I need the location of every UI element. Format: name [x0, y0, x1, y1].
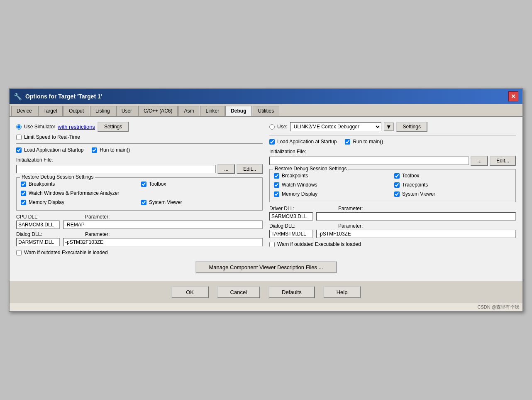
right-trace-label: Tracepoints — [402, 182, 428, 188]
manage-component-viewer-button[interactable]: Manage Component Viewer Description File… — [195, 261, 336, 273]
tab-target[interactable]: Target — [38, 106, 63, 116]
right-breakpoints-checkbox[interactable] — [274, 173, 279, 179]
left-cpu-dll-input[interactable] — [16, 221, 60, 229]
right-browse-button[interactable]: ... — [471, 156, 488, 166]
simulator-settings-button[interactable]: Settings — [98, 122, 129, 132]
help-button[interactable]: Help — [323, 286, 361, 298]
load-app-row: Load Application at Startup — [16, 147, 83, 153]
left-dialog-dll-input[interactable] — [16, 238, 60, 246]
right-watch-row: Watch Windows — [274, 182, 391, 188]
right-warn-checkbox[interactable] — [269, 242, 275, 247]
manage-btn-row: Manage Component Viewer Description File… — [16, 261, 516, 273]
left-load-app-checkbox[interactable] — [16, 147, 22, 153]
left-cpu-dll-label: CPU DLL: — [16, 214, 45, 220]
cancel-button[interactable]: Cancel — [217, 286, 260, 298]
use-hardware-radio[interactable] — [269, 124, 275, 130]
left-watch-checkbox[interactable] — [21, 191, 26, 196]
right-memory-checkbox[interactable] — [274, 191, 279, 197]
bottom-buttons-row: OK Cancel Defaults Help — [10, 281, 522, 303]
right-sysviewer-checkbox[interactable] — [394, 191, 400, 197]
tab-listing[interactable]: Listing — [90, 106, 115, 116]
left-breakpoints-label: Breakpoints — [29, 181, 55, 187]
close-button[interactable]: ✕ — [508, 91, 518, 101]
right-driver-dll-input[interactable] — [269, 212, 313, 221]
right-driver-param-input[interactable] — [316, 212, 516, 221]
main-content: Use Simulator with restrictions Settings… — [10, 117, 522, 281]
right-section: Use: ULINK2/ME Cortex Debugger ▼ Setting… — [269, 122, 516, 257]
right-trace-checkbox[interactable] — [394, 182, 400, 188]
use-simulator-row: Use Simulator with restrictions Settings — [16, 122, 263, 132]
tab-linker[interactable]: Linker — [200, 106, 225, 116]
left-dialog-param-input[interactable] — [63, 238, 263, 246]
right-use-row: Use: ULINK2/ME Cortex Debugger ▼ Setting… — [269, 122, 516, 132]
right-param-label1: Parameter: — [338, 206, 363, 211]
right-load-app-label: Load Application at Startup — [277, 139, 337, 145]
left-restore-checkboxes: Breakpoints Toolbox Watch Windows & Perf… — [21, 181, 258, 207]
left-init-file-row: ... Edit... — [16, 164, 263, 174]
tab-utilities[interactable]: Utilities — [253, 106, 280, 116]
left-init-file-input[interactable] — [16, 165, 216, 173]
main-window: 🔧 Options for Target 'Target 1' ✕ Device… — [9, 88, 523, 312]
left-toolbox-row: Toolbox — [141, 181, 258, 187]
left-sysviewer-row: System Viewer — [141, 199, 258, 205]
left-breakpoints-checkbox[interactable] — [21, 182, 26, 187]
left-memory-label: Memory Display — [29, 199, 64, 205]
right-toolbox-checkbox[interactable] — [394, 173, 400, 179]
debugger-select[interactable]: ULINK2/ME Cortex Debugger — [290, 122, 381, 131]
use-simulator-radio[interactable] — [16, 124, 22, 130]
right-run-main-label: Run to main() — [353, 139, 383, 145]
left-run-main-checkbox[interactable] — [92, 147, 97, 153]
left-memory-checkbox[interactable] — [21, 200, 26, 205]
left-restore-group-title: Restore Debug Session Settings — [20, 174, 95, 180]
defaults-button[interactable]: Defaults — [268, 286, 315, 298]
tab-cpp[interactable]: C/C++ (AC6) — [138, 106, 178, 116]
watermark: CSDN @森里有个我 — [10, 303, 522, 311]
right-dialog-dll-label: Dialog DLL: — [269, 223, 298, 229]
tab-output[interactable]: Output — [63, 106, 89, 116]
right-watch-checkbox[interactable] — [274, 182, 279, 188]
debugger-dropdown-arrow[interactable]: ▼ — [384, 123, 394, 131]
left-restore-group: Restore Debug Session Settings Breakpoin… — [16, 177, 263, 211]
right-dialog-param-input[interactable] — [316, 230, 516, 238]
two-column-layout: Use Simulator with restrictions Settings… — [16, 122, 516, 257]
left-warn-label: Warn if outdated Executable is loaded — [24, 250, 108, 255]
right-settings-button[interactable]: Settings — [396, 122, 427, 132]
tab-user[interactable]: User — [116, 106, 137, 116]
left-sysviewer-checkbox[interactable] — [141, 200, 146, 205]
left-warn-checkbox[interactable] — [16, 250, 22, 255]
left-sysviewer-label: System Viewer — [149, 199, 182, 205]
right-load-app-checkbox[interactable] — [269, 139, 275, 145]
left-edit-button[interactable]: Edit... — [237, 164, 263, 174]
title-bar-left: 🔧 Options for Target 'Target 1' — [14, 93, 102, 101]
left-cpu-dll-row — [16, 221, 263, 229]
right-restore-group: Restore Debug Session Settings Breakpoin… — [269, 169, 516, 202]
right-edit-button[interactable]: Edit... — [490, 156, 516, 166]
left-watch-label: Watch Windows & Performance Analyzer — [29, 190, 119, 196]
title-bar: 🔧 Options for Target 'Target 1' ✕ — [10, 89, 522, 104]
limit-speed-checkbox[interactable] — [16, 135, 22, 140]
left-browse-button[interactable]: ... — [217, 164, 235, 174]
right-driver-dll-row — [269, 212, 516, 221]
tab-asm[interactable]: Asm — [178, 106, 199, 116]
right-param-label2: Parameter: — [338, 223, 363, 229]
tab-device[interactable]: Device — [11, 106, 37, 116]
left-watch-row: Watch Windows & Performance Analyzer — [21, 190, 258, 196]
right-sysviewer-label: System Viewer — [402, 191, 435, 197]
right-toolbox-label: Toolbox — [402, 173, 419, 179]
app-icon: 🔧 — [14, 93, 22, 101]
left-param-label1: Parameter: — [85, 214, 110, 220]
right-init-file-input[interactable] — [269, 157, 469, 165]
window-title: Options for Target 'Target 1' — [25, 93, 102, 100]
right-dialog-dll-input[interactable] — [269, 230, 313, 238]
with-restrictions-link[interactable]: with restrictions — [58, 124, 95, 130]
right-driver-dll-label: Driver DLL: — [269, 206, 298, 211]
ok-button[interactable]: OK — [171, 286, 209, 298]
right-init-file-row: ... Edit... — [269, 156, 516, 166]
limit-speed-row: Limit Speed to Real-Time — [16, 134, 263, 140]
limit-speed-label: Limit Speed to Real-Time — [24, 134, 80, 140]
right-dialog-dll-row — [269, 230, 516, 238]
left-cpu-param-input[interactable] — [63, 221, 263, 229]
right-run-main-checkbox[interactable] — [345, 139, 350, 145]
left-toolbox-checkbox[interactable] — [141, 182, 146, 187]
tab-debug[interactable]: Debug — [225, 106, 251, 116]
